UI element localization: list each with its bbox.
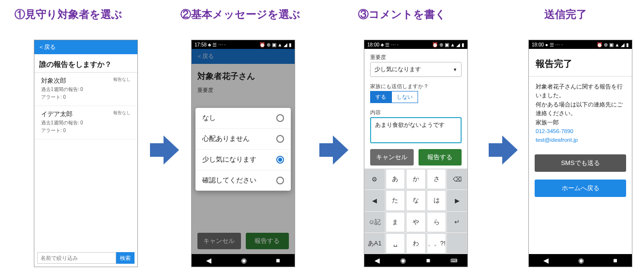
cancel-button[interactable]: キャンセル [370, 149, 414, 166]
kbd-right-icon[interactable]: ▶ [447, 190, 467, 211]
kbd-key[interactable]: わ [406, 233, 426, 254]
kbd-key[interactable]: ま [386, 212, 405, 232]
sms-button[interactable]: SMSでも送る [535, 154, 626, 172]
kbd-key[interactable]: は [427, 190, 447, 211]
status-bar: 17:58 ♣ ☰ ⋯ · ⏰ ⊕ ▣ ▲ ◢ ▮ [192, 40, 295, 49]
complete-title: 報告完了 [529, 49, 632, 76]
complete-line: 対象者花子さんに関する報告を行いました。 [536, 82, 625, 100]
phone-complete: 18:00 ● ☰ ⋯ · ⏰ ⊕ ▣ ▲ ◢ ▮ 報告完了 対象者花子さんに関… [528, 40, 632, 267]
status-bar: 18:00 ● ☰ ⋯ · ⏰ ⊕ ▣ ▲ ◢ ▮ [529, 40, 632, 49]
arrow-icon [319, 136, 348, 165]
complete-line: 何かある場合は以下の連絡先にご連絡ください。 [536, 100, 625, 118]
kbd-key[interactable]: た [386, 190, 405, 211]
contact-name: 家族一郎 [536, 118, 625, 127]
arrow-icon [489, 136, 518, 165]
person-alert: アラート: 0 [41, 127, 131, 134]
back-nav-icon[interactable]: ◀ [206, 256, 211, 264]
status-icons: ⏰ ⊕ ▣ ▲ ◢ ▮ [259, 42, 292, 47]
recent-nav-icon[interactable]: ■ [613, 256, 617, 264]
radio-icon [276, 177, 284, 184]
kbd-toggle-icon[interactable]: ⌨ [450, 258, 457, 263]
back-nav-icon[interactable]: ◀ [543, 256, 549, 264]
radio-icon [276, 156, 284, 164]
chevron-down-icon: ▼ [453, 67, 457, 72]
person-item[interactable]: イデア太郎 報告なし 過去1週間の報告: 0 アラート: 0 [34, 106, 137, 139]
phone-select-person: ＜戻る 誰の報告をしますか？ 対象次郎 報告なし 過去1週間の報告: 0 アラー… [34, 40, 138, 267]
contact-tel-link[interactable]: 012-3456-7890 [536, 127, 625, 136]
family-no-button[interactable]: しない [391, 91, 418, 103]
family-yes-button[interactable]: する [370, 91, 391, 103]
phone-write-comment: 18:00 ♣ ☰ ⋯ · ⏰ ⊕ ▣ ▲ ◢ ▮ 重要度 少し気になります ▼… [364, 40, 468, 267]
person-status: 報告なし [113, 110, 131, 116]
person-alert: アラート: 0 [41, 94, 131, 101]
arrow-icon [150, 136, 179, 165]
person-name: 対象次郎 [41, 76, 66, 85]
kbd-key[interactable]: あ [386, 169, 405, 189]
step-4-title: 送信完了 [544, 7, 587, 22]
android-navbar: ◀ ◉ ■ [192, 254, 295, 267]
family-send-label: 家族にも送信しますか？ [364, 80, 467, 91]
home-nav-icon[interactable]: ◉ [400, 256, 406, 264]
kbd-key[interactable]: ら [427, 212, 447, 232]
content-textarea[interactable]: あまり食欲がないようです [370, 117, 462, 143]
kbd-key[interactable]: か [406, 169, 426, 189]
severity-select[interactable]: 少し気になります ▼ [370, 62, 462, 77]
home-nav-icon[interactable]: ◉ [241, 256, 247, 264]
kbd-key[interactable]: な [406, 190, 426, 211]
status-time: 18:00 ● ☰ ⋯ · [532, 42, 563, 47]
android-navbar: ◀ ◉ ■ ⌨ [364, 254, 467, 267]
status-icons: ⏰ ⊕ ▣ ▲ ◢ ▮ [432, 42, 464, 47]
kbd-key[interactable]: や [406, 212, 426, 232]
severity-option[interactable]: 心配ありません [195, 129, 291, 150]
person-week: 過去1週間の報告: 0 [41, 120, 131, 126]
radio-icon [276, 135, 284, 143]
kbd-enter-icon[interactable]: ↵ [447, 212, 467, 232]
home-nav-icon[interactable]: ◉ [578, 256, 584, 264]
radio-icon [276, 114, 284, 122]
kbd-emoji-icon[interactable]: ☺記 [365, 212, 385, 232]
contact-mail-link[interactable]: test@ideafront.jp [536, 136, 625, 144]
person-week: 過去1週間の報告: 0 [41, 86, 131, 93]
report-button[interactable]: 報告する [419, 149, 462, 166]
step-1-title: ①見守り対象者を選ぶ [15, 7, 122, 22]
back-nav-icon[interactable]: ◀ [374, 256, 380, 264]
back-button[interactable]: ＜戻る [34, 40, 137, 54]
home-button[interactable]: ホームへ戻る [535, 180, 626, 197]
phone-select-message: 17:58 ♣ ☰ ⋯ · ⏰ ⊕ ▣ ▲ ◢ ▮ ＜戻る 対象者花子さん 重要… [191, 40, 295, 267]
status-time: 17:58 ♣ ☰ ⋯ · [195, 42, 226, 47]
kbd-key[interactable]: 、。?! [427, 233, 447, 254]
severity-option[interactable]: 少し気になります [195, 150, 291, 170]
severity-label: 重要度 [364, 49, 467, 62]
status-time: 18:00 ♣ ☰ ⋯ · [367, 42, 399, 47]
kbd-key[interactable] [447, 233, 467, 254]
recent-nav-icon[interactable]: ■ [276, 256, 280, 264]
kbd-key[interactable]: さ [427, 169, 447, 189]
person-name: イデア太郎 [41, 110, 73, 119]
status-bar: 18:00 ♣ ☰ ⋯ · ⏰ ⊕ ▣ ▲ ◢ ▮ [364, 40, 467, 49]
step-2-title: ②基本メッセージを選ぶ [180, 7, 300, 22]
soft-keyboard: ⚙ あ か さ ⌫ ◀ た な は ▶ ☺記 ま や ら ↵ あA1 ␣ わ 、… [364, 168, 467, 254]
kbd-key[interactable]: ␣ [386, 233, 405, 254]
severity-dialog: なし 心配ありません 少し気になります 確認してください [195, 108, 291, 191]
kbd-mode-key[interactable]: あA1 [365, 233, 385, 254]
search-input[interactable] [37, 252, 116, 264]
kbd-left-icon[interactable]: ◀ [365, 190, 385, 211]
search-button[interactable]: 検索 [116, 252, 135, 264]
kbd-settings-icon[interactable]: ⚙ [365, 169, 385, 189]
recent-nav-icon[interactable]: ■ [426, 256, 430, 264]
status-icons: ⏰ ⊕ ▣ ▲ ◢ ▮ [597, 42, 629, 47]
android-navbar: ◀ ◉ ■ [529, 254, 632, 267]
person-item[interactable]: 対象次郎 報告なし 過去1週間の報告: 0 アラート: 0 [34, 73, 137, 106]
content-label: 内容 [364, 106, 467, 117]
severity-option[interactable]: 確認してください [195, 170, 291, 191]
person-status: 報告なし [113, 76, 131, 83]
question-heading: 誰の報告をしますか？ [34, 54, 137, 73]
step-3-title: ③コメントを書く [358, 7, 446, 22]
kbd-backspace-icon[interactable]: ⌫ [447, 169, 467, 189]
severity-option[interactable]: なし [195, 108, 291, 129]
